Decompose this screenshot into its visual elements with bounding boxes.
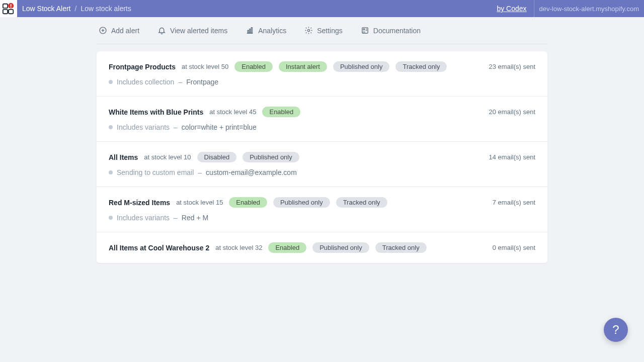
stock-level: at stock level 50 [182, 63, 228, 70]
help-fab[interactable]: ? [604, 318, 628, 342]
documentation-label: Documentation [373, 27, 421, 35]
book-icon [361, 26, 369, 35]
alert-row[interactable]: All Items at Cool Warehouse 2 at stock l… [97, 232, 547, 263]
add-alert-button[interactable]: Add alert [99, 26, 139, 35]
svg-rect-1 [3, 10, 8, 14]
emails-sent: 0 email(s) sent [493, 244, 535, 251]
documentation-button[interactable]: Documentation [361, 26, 421, 35]
gear-icon [304, 26, 313, 35]
stock-level: at stock level 10 [144, 153, 191, 161]
status-badge-published: Published only [312, 242, 369, 253]
alert-title: Red M-sized Items [109, 199, 170, 207]
svg-rect-11 [250, 29, 251, 33]
shop-domain: dev-low-stock-alert.myshopify.com [534, 5, 644, 13]
detail-label: Includes variants [117, 214, 170, 222]
add-alert-label: Add alert [111, 27, 139, 35]
status-badge-enabled: Enabled [268, 242, 306, 253]
detail-label: Includes collection [117, 78, 174, 86]
bullet-icon [109, 216, 113, 220]
detail-value: custom-email@example.com [206, 168, 297, 176]
alert-title: White Items with Blue Prints [109, 108, 203, 116]
detail-value: Red + M [182, 214, 208, 222]
alert-title: All Items [109, 153, 138, 161]
status-badge-enabled: Enabled [262, 107, 300, 117]
alert-title: All Items at Cool Warehouse 2 [109, 244, 209, 252]
breadcrumb-current: Low stock alerts [80, 5, 131, 13]
svg-rect-5 [11, 7, 12, 8]
svg-rect-0 [3, 4, 8, 8]
detail-value: Frontpage [186, 78, 218, 86]
svg-rect-10 [248, 31, 249, 34]
status-badge-tracked: Tracked only [336, 197, 387, 208]
emails-sent: 20 email(s) sent [489, 108, 535, 116]
status-badge-tracked: Tracked only [375, 242, 427, 253]
svg-rect-12 [252, 28, 253, 33]
emails-sent: 14 email(s) sent [489, 153, 535, 161]
settings-button[interactable]: Settings [304, 26, 343, 35]
detail-value: color=white + print=blue [182, 123, 257, 131]
stock-level: at stock level 45 [209, 108, 256, 116]
alert-row[interactable]: Frontpage Products at stock level 50 Ena… [97, 51, 547, 97]
svg-point-13 [308, 29, 310, 31]
status-badge-enabled: Enabled [229, 197, 267, 208]
view-alerted-label: View alerted items [170, 27, 227, 35]
bell-icon [157, 26, 166, 35]
bullet-icon [109, 125, 113, 129]
detail-label: Sending to custom email [117, 168, 194, 176]
bar-chart-icon [246, 26, 254, 35]
detail-sep: – [174, 123, 178, 131]
breadcrumb-sep: / [75, 5, 77, 13]
status-badge-instant: Instant alert [279, 61, 327, 72]
status-badge-published: Published only [243, 152, 299, 162]
svg-rect-2 [9, 10, 13, 14]
alert-row[interactable]: All Items at stock level 10 Disabled Pub… [97, 142, 547, 187]
svg-point-15 [363, 29, 365, 30]
box-alert-icon [2, 2, 15, 15]
alert-row[interactable]: Red M-sized Items at stock level 15 Enab… [97, 187, 547, 232]
alerts-card: Frontpage Products at stock level 50 Ena… [97, 51, 547, 263]
page-content: Add alert View alerted items Analytics S… [97, 17, 547, 263]
stock-level: at stock level 32 [215, 244, 262, 251]
alert-row[interactable]: White Items with Blue Prints at stock le… [97, 97, 547, 142]
bullet-icon [109, 80, 113, 84]
vendor-link[interactable]: by Codex [490, 5, 533, 13]
settings-label: Settings [317, 27, 343, 35]
bullet-icon [109, 170, 113, 174]
emails-sent: 7 email(s) sent [493, 199, 535, 206]
question-mark-icon: ? [612, 323, 619, 337]
analytics-button[interactable]: Analytics [246, 26, 286, 35]
breadcrumb: Low Stock Alert / Low stock alerts [22, 5, 131, 13]
detail-sep: – [174, 214, 178, 222]
topbar: Low Stock Alert / Low stock alerts by Co… [0, 0, 644, 17]
detail-sep: – [198, 168, 202, 176]
status-badge-published: Published only [333, 61, 390, 72]
status-badge-published: Published only [273, 197, 330, 208]
view-alerted-items-button[interactable]: View alerted items [157, 26, 227, 35]
status-badge-disabled: Disabled [197, 152, 237, 162]
detail-sep: – [178, 78, 182, 86]
topbar-right: by Codex dev-low-stock-alert.myshopify.c… [490, 0, 644, 17]
svg-rect-4 [11, 4, 12, 7]
analytics-label: Analytics [258, 27, 286, 35]
breadcrumb-app-link[interactable]: Low Stock Alert [22, 5, 71, 13]
status-badge-enabled: Enabled [234, 61, 273, 72]
emails-sent: 23 email(s) sent [489, 63, 535, 70]
detail-label: Includes variants [117, 123, 170, 131]
toolbar: Add alert View alerted items Analytics S… [97, 26, 547, 44]
alert-title: Frontpage Products [109, 63, 176, 71]
app-logo[interactable] [0, 0, 17, 17]
status-badge-tracked: Tracked only [395, 61, 447, 72]
plus-circle-icon [99, 26, 107, 35]
stock-level: at stock level 15 [176, 199, 223, 206]
